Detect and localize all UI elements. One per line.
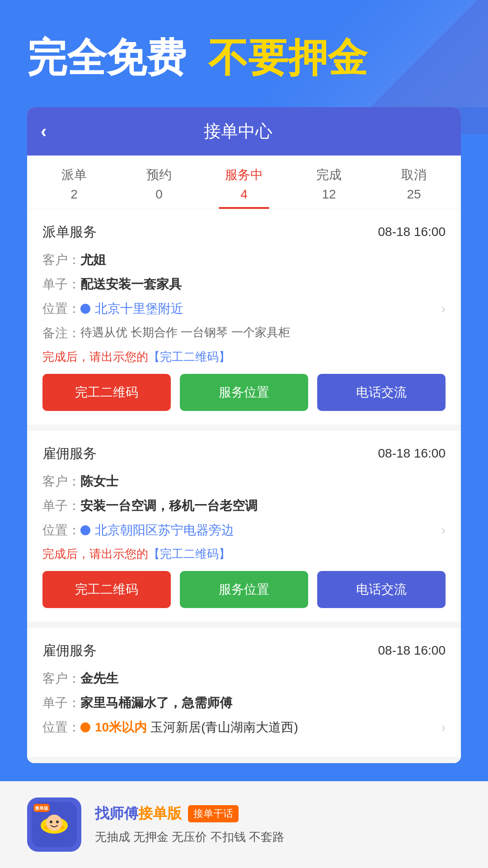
order-1-location: 北京十里堡附近 — [95, 300, 437, 317]
svg-point-3 — [46, 815, 62, 831]
tab-inservice[interactable]: 服务中 4 — [202, 156, 286, 209]
svg-text:接单版: 接单版 — [34, 806, 49, 811]
banner-tag: 接单干话 — [188, 805, 239, 822]
order-1-qr-button[interactable]: 完工二维码 — [42, 374, 171, 411]
tab-complete-label: 完成 — [316, 166, 342, 184]
app-icon: 接单版 — [27, 797, 81, 852]
nav-title: 接单中心 — [56, 120, 420, 143]
order-1-location-dot — [80, 304, 90, 314]
order-1-remark-row: 备注： 待遇从优 长期合作 一台钢琴 一个家具柜 — [42, 325, 446, 342]
order-3-location-arrow: › — [441, 720, 446, 735]
order-2-location-dot — [80, 525, 90, 535]
order-2-notice-bracket: 【完工二维码】 — [148, 547, 230, 561]
bottom-banner: 接单版 找师傅接单版 接单干话 无抽成 无押金 无压价 不扣钱 不套路 — [0, 781, 488, 868]
tab-inservice-label: 服务中 — [225, 166, 263, 184]
banner-content: 找师傅接单版 接单干话 无抽成 无押金 无压价 不扣钱 不套路 — [95, 804, 461, 845]
tab-complete[interactable]: 完成 12 — [286, 156, 371, 209]
tab-appointment[interactable]: 预约 0 — [117, 156, 202, 209]
banner-subtitle: 无抽成 无押金 无压价 不扣钱 不套路 — [95, 829, 461, 845]
order-card-1: 派单服务 08-18 16:00 客户： 尤姐 单子： 配送安装一套家具 位置：… — [27, 209, 461, 431]
order-1-phone-button[interactable]: 电话交流 — [317, 374, 446, 411]
hero-text: 完全免费 不要押金 — [27, 36, 461, 80]
order-3-order-row: 单子： 家里马桶漏水了，急需师傅 — [42, 694, 446, 712]
nav-bar: ‹ 接单中心 — [27, 107, 461, 156]
order-2-customer: 陈女士 — [80, 473, 118, 490]
svg-point-4 — [50, 821, 52, 823]
order-3-type: 雇佣服务 — [42, 642, 97, 660]
order-1-notice-bracket: 【完工二维码】 — [148, 350, 230, 363]
order-2-location: 北京朝阳区苏宁电器旁边 — [95, 522, 437, 539]
order-1-location-button[interactable]: 服务位置 — [180, 374, 308, 411]
order-1-header: 派单服务 08-18 16:00 — [42, 223, 446, 241]
order-2-header: 雇佣服务 08-18 16:00 — [42, 444, 446, 463]
order-2-location-row: 位置： 北京朝阳区苏宁电器旁边 › — [42, 522, 446, 539]
order-1-order: 配送安装一套家具 — [80, 276, 182, 293]
order-2-location-arrow: › — [441, 523, 446, 538]
tab-cancel[interactable]: 取消 25 — [371, 156, 456, 209]
order-list: 派单服务 08-18 16:00 客户： 尤姐 单子： 配送安装一套家具 位置：… — [27, 209, 461, 763]
order-3-location-row: 位置： 10米以内 玉河新居(青山湖南大道西) › — [42, 719, 446, 736]
order-2-type: 雇佣服务 — [42, 444, 97, 463]
order-3-customer-row: 客户： 金先生 — [42, 670, 446, 687]
order-1-actions: 完工二维码 服务位置 电话交流 — [42, 374, 446, 411]
order-3-location-prefix: 10米以内 — [95, 719, 147, 736]
order-1-remark-label: 备注： — [42, 325, 80, 342]
order-1-customer-label: 客户： — [42, 251, 80, 269]
order-1-location-row: 位置： 北京十里堡附近 › — [42, 300, 446, 317]
app-icon-svg: 接单版 — [32, 802, 77, 847]
order-1-location-label: 位置： — [42, 300, 80, 317]
banner-app-name: 找师傅接单版 — [95, 804, 182, 824]
order-3-header: 雇佣服务 08-18 16:00 — [42, 642, 446, 660]
tab-inservice-count: 4 — [240, 187, 248, 202]
order-2-notice: 完成后，请出示您的【完工二维码】 — [42, 546, 446, 562]
tab-appointment-label: 预约 — [146, 166, 172, 184]
tab-complete-count: 12 — [322, 187, 336, 202]
order-1-remark: 待遇从优 长期合作 一台钢琴 一个家具柜 — [80, 325, 290, 340]
order-3-location-label: 位置： — [42, 719, 80, 736]
order-3-order-label: 单子： — [42, 694, 80, 712]
tab-dispatch-label: 派单 — [61, 166, 87, 184]
hero-line1: 完全免费 — [27, 35, 186, 80]
order-3-time: 08-18 16:00 — [378, 643, 446, 658]
order-2-location-label: 位置： — [42, 522, 80, 539]
tab-cancel-label: 取消 — [401, 166, 427, 184]
order-2-order-row: 单子： 安装一台空调，移机一台老空调 — [42, 497, 446, 514]
tab-dispatch[interactable]: 派单 2 — [32, 156, 117, 209]
banner-name-prefix: 找师傅 — [95, 805, 138, 821]
order-3-customer: 金先生 — [80, 670, 118, 687]
order-card-2: 雇佣服务 08-18 16:00 客户： 陈女士 单子： 安装一台空调，移机一台… — [27, 431, 461, 628]
tab-cancel-count: 25 — [407, 187, 421, 202]
order-3-order: 家里马桶漏水了，急需师傅 — [80, 694, 232, 712]
back-button[interactable]: ‹ — [41, 121, 47, 142]
order-3-location-dot — [80, 722, 90, 732]
tabs-container: 派单 2 预约 0 服务中 4 完成 12 取消 25 — [27, 156, 461, 209]
order-2-phone-button[interactable]: 电话交流 — [317, 571, 446, 608]
order-1-time: 08-18 16:00 — [378, 225, 446, 239]
order-card-3: 雇佣服务 08-18 16:00 客户： 金先生 单子： 家里马桶漏水了，急需师… — [27, 628, 461, 763]
order-3-customer-label: 客户： — [42, 670, 80, 687]
banner-title-row: 找师傅接单版 接单干话 — [95, 804, 461, 824]
order-3-location: 玉河新居(青山湖南大道西) — [150, 719, 437, 736]
order-1-location-arrow: › — [441, 302, 446, 316]
order-2-customer-row: 客户： 陈女士 — [42, 473, 446, 490]
tab-appointment-count: 0 — [155, 187, 163, 202]
order-2-actions: 完工二维码 服务位置 电话交流 — [42, 571, 446, 608]
hero-line2: 不要押金 — [208, 35, 367, 80]
order-2-order: 安装一台空调，移机一台老空调 — [80, 497, 258, 514]
tab-dispatch-count: 2 — [70, 187, 78, 202]
order-2-customer-label: 客户： — [42, 473, 80, 490]
order-2-order-label: 单子： — [42, 497, 80, 514]
order-1-customer-row: 客户： 尤姐 — [42, 251, 446, 269]
order-1-order-row: 单子： 配送安装一套家具 — [42, 276, 446, 293]
order-1-type: 派单服务 — [42, 223, 97, 241]
order-1-customer: 尤姐 — [80, 251, 106, 269]
order-2-time: 08-18 16:00 — [378, 446, 446, 461]
hero-section: 完全免费 不要押金 — [0, 0, 488, 107]
banner-name-highlight: 接单版 — [138, 805, 182, 821]
order-2-qr-button[interactable]: 完工二维码 — [42, 571, 171, 608]
order-2-location-button[interactable]: 服务位置 — [180, 571, 308, 608]
main-card: ‹ 接单中心 派单 2 预约 0 服务中 4 完成 12 取消 25 派单服务 — [27, 107, 461, 763]
svg-point-5 — [56, 821, 59, 823]
order-1-order-label: 单子： — [42, 276, 80, 293]
order-1-notice: 完成后，请出示您的【完工二维码】 — [42, 349, 446, 365]
